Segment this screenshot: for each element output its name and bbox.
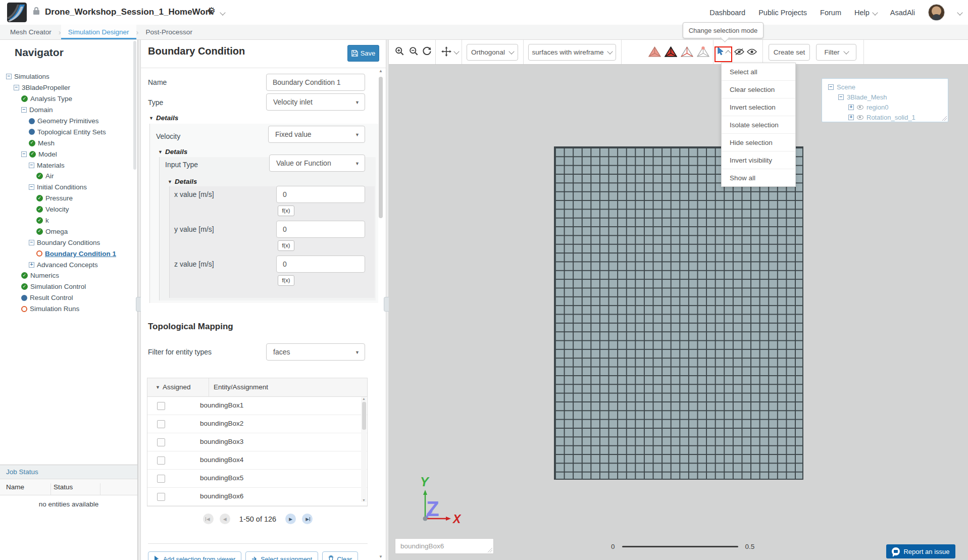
tree-item-mesh[interactable]: Mesh — [0, 137, 132, 148]
collapse-minus-icon[interactable]: − — [14, 85, 19, 90]
collapse-minus-icon[interactable]: − — [828, 84, 834, 90]
mesh-quality-dark-icon[interactable] — [665, 46, 677, 60]
pan-move-icon[interactable] — [441, 46, 451, 59]
nav-link-help[interactable]: Help — [854, 9, 877, 17]
first-page-button[interactable]: ◀ — [203, 514, 214, 524]
resize-corner-icon[interactable] — [942, 116, 947, 121]
entity-filter-select[interactable]: faces▼ — [266, 343, 365, 361]
tab-mesh-creator[interactable]: Mesh Creator — [3, 25, 59, 39]
nav-link-forum[interactable]: Forum — [820, 9, 841, 17]
expand-plus-icon[interactable]: + — [29, 262, 34, 268]
velocity-select[interactable]: Fixed value▼ — [268, 126, 365, 143]
menu-item-select-all[interactable]: Select all — [722, 63, 795, 80]
next-page-button[interactable]: ▶ — [285, 514, 296, 524]
sort-caret-icon[interactable]: ▼ — [156, 385, 160, 390]
form-scrollbar[interactable]: ▲▼ — [377, 69, 384, 560]
tree-item-materials[interactable]: −Materials — [0, 160, 132, 171]
details-section-header-2[interactable]: ▼Details — [158, 148, 187, 156]
scene-item-rotation-solid-1[interactable]: +Rotation_solid_1 — [822, 112, 948, 122]
tree-item-velocity[interactable]: Velocity — [0, 204, 132, 215]
add-selection-from-viewer-button[interactable]: Add selection from viewer — [148, 551, 241, 560]
tree-item-geometry-primitives[interactable]: Geometry Primitives — [0, 116, 132, 127]
input-type-select[interactable]: Value or Function▼ — [269, 155, 365, 172]
tree-item-simulation-control[interactable]: Simulation Control — [0, 281, 132, 292]
type-select[interactable]: Velocity inlet▼ — [266, 93, 365, 111]
zoom-in-icon[interactable] — [395, 46, 404, 58]
selection-mode-cursor-icon[interactable] — [717, 47, 725, 58]
scene-item-region0[interactable]: +region0 — [822, 102, 948, 112]
row-checkbox[interactable] — [157, 475, 165, 483]
visibility-eye-icon[interactable] — [857, 115, 863, 120]
mesh-grid-model[interactable] — [554, 146, 803, 480]
tree-item-simulation-runs[interactable]: Simulation Runs — [0, 303, 132, 315]
navigator-scrollbar[interactable] — [133, 40, 136, 465]
row-checkbox[interactable] — [157, 420, 165, 428]
scene-item-scene[interactable]: −Scene — [822, 82, 948, 92]
row-checkbox[interactable] — [157, 493, 165, 501]
last-page-button[interactable]: ▶ — [302, 514, 313, 524]
mesh-quality-node-icon[interactable] — [697, 46, 709, 60]
zoom-out-icon[interactable] — [409, 46, 419, 58]
create-set-button[interactable]: Create set — [769, 44, 810, 61]
row-checkbox[interactable] — [157, 438, 165, 446]
collapse-minus-icon[interactable]: − — [21, 107, 27, 113]
visibility-eye-icon[interactable] — [857, 105, 863, 110]
menu-item-invert-selection[interactable]: Invert selection — [722, 98, 795, 116]
clear-button[interactable]: Clear — [322, 551, 358, 560]
tree-item-topological-entity-sets[interactable]: Topological Entity Sets — [0, 126, 132, 137]
tree-item-pressure[interactable]: Pressure — [0, 193, 132, 204]
tree-item-numerics[interactable]: Numerics — [0, 270, 132, 281]
tree-item-boundary-conditions[interactable]: −Boundary Conditions — [0, 237, 132, 248]
row-checkbox[interactable] — [157, 456, 165, 465]
tree-item-k[interactable]: k — [0, 215, 132, 226]
projection-select[interactable]: Orthogonal — [467, 44, 518, 61]
collapse-minus-icon[interactable]: − — [29, 240, 34, 245]
row-checkbox[interactable] — [157, 402, 165, 410]
table-scrollbar[interactable]: ▲▼ — [361, 397, 367, 502]
formula-fx-button[interactable]: f(x) — [278, 275, 294, 286]
name-input[interactable] — [266, 74, 365, 91]
user-name[interactable]: AsadAli — [890, 9, 915, 17]
formula-fx-button[interactable]: f(x) — [278, 206, 294, 216]
tree-item-domain[interactable]: −Domain — [0, 105, 132, 116]
user-avatar[interactable] — [928, 4, 945, 21]
menu-item-show-all[interactable]: Show all — [722, 169, 795, 186]
show-all-eye-icon[interactable] — [747, 48, 757, 58]
tree-item-omega[interactable]: Omega — [0, 226, 132, 237]
tab-simulation-designer[interactable]: Simulation Designer — [61, 25, 136, 39]
select-assignment-button[interactable]: Select assignment — [245, 551, 318, 560]
tree-item-initial-conditions[interactable]: −Initial Conditions — [0, 182, 132, 193]
nav-link-dashboard[interactable]: Dashboard — [709, 9, 745, 17]
collapse-minus-icon[interactable]: − — [29, 163, 34, 168]
chevron-down-icon[interactable] — [957, 10, 962, 15]
nav-link-public-projects[interactable]: Public Projects — [758, 9, 807, 17]
previous-page-button[interactable]: ◀ — [220, 514, 230, 524]
tree-item-simulations[interactable]: −Simulations — [0, 71, 132, 82]
chevron-down-icon[interactable] — [220, 10, 225, 15]
mesh-quality-solid-icon[interactable] — [648, 46, 661, 60]
expand-plus-icon[interactable]: + — [848, 115, 854, 120]
app-logo-icon[interactable] — [7, 3, 27, 22]
menu-item-hide-selection[interactable]: Hide selection — [722, 133, 795, 151]
collapse-minus-icon[interactable]: − — [838, 94, 844, 100]
tree-item-air[interactable]: Air — [0, 171, 132, 182]
menu-item-isolate-selection[interactable]: Isolate selection — [722, 116, 795, 133]
tree-item-advanced-concepts[interactable]: +Advanced Concepts — [0, 259, 132, 270]
z-value-m-s-input[interactable] — [276, 256, 365, 273]
details-section-header-3[interactable]: ▼Details — [168, 178, 197, 185]
x-value-m-s-input[interactable] — [276, 186, 365, 203]
details-section-header-1[interactable]: ▼Details — [149, 114, 178, 122]
filter-button[interactable]: Filter — [816, 44, 856, 61]
collapse-minus-icon[interactable]: − — [6, 74, 12, 79]
refresh-view-icon[interactable] — [422, 46, 432, 58]
scene-item-3blade-mesh[interactable]: −3Blade_Mesh — [822, 92, 948, 102]
chevron-up-icon[interactable] — [725, 50, 731, 56]
save-button[interactable]: Save — [347, 45, 379, 62]
tree-item-3bladepropeller[interactable]: −3BladePropeller — [0, 82, 132, 93]
chevron-down-icon[interactable] — [453, 48, 459, 54]
formula-fx-button[interactable]: f(x) — [278, 240, 294, 251]
menu-item-clear-selection[interactable]: Clear selection — [722, 80, 795, 98]
tree-item-model[interactable]: −Model — [0, 148, 132, 160]
render-mode-select[interactable]: surfaces with wireframe — [528, 44, 616, 61]
expand-plus-icon[interactable]: + — [848, 105, 854, 110]
